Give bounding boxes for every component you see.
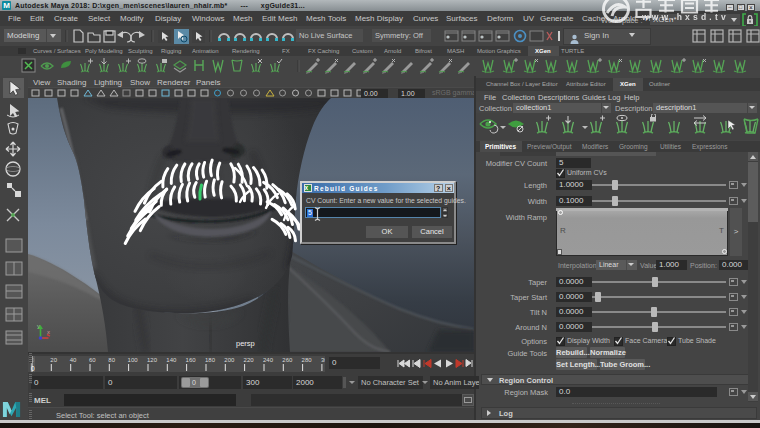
svg-text:240: 240 [263, 357, 274, 363]
svg-text:80: 80 [108, 357, 115, 363]
svg-text:280: 280 [302, 357, 313, 363]
svg-text:180: 180 [205, 357, 216, 363]
svg-text:300: 300 [321, 357, 325, 363]
svg-text:160: 160 [186, 357, 197, 363]
svg-text:200: 200 [224, 357, 235, 363]
svg-text:100: 100 [128, 357, 139, 363]
svg-text:y: y [37, 323, 40, 329]
svg-text:260: 260 [282, 357, 293, 363]
svg-text:x: x [47, 329, 50, 335]
svg-text:www.hxsd.tv: www.hxsd.tv [641, 12, 729, 22]
svg-text:60: 60 [89, 357, 96, 363]
svg-text:40: 40 [70, 357, 77, 363]
svg-text:120: 120 [147, 357, 158, 363]
svg-text:20: 20 [50, 357, 57, 363]
svg-text:0: 0 [31, 365, 35, 372]
svg-text:140: 140 [166, 357, 177, 363]
svg-text:220: 220 [244, 357, 255, 363]
